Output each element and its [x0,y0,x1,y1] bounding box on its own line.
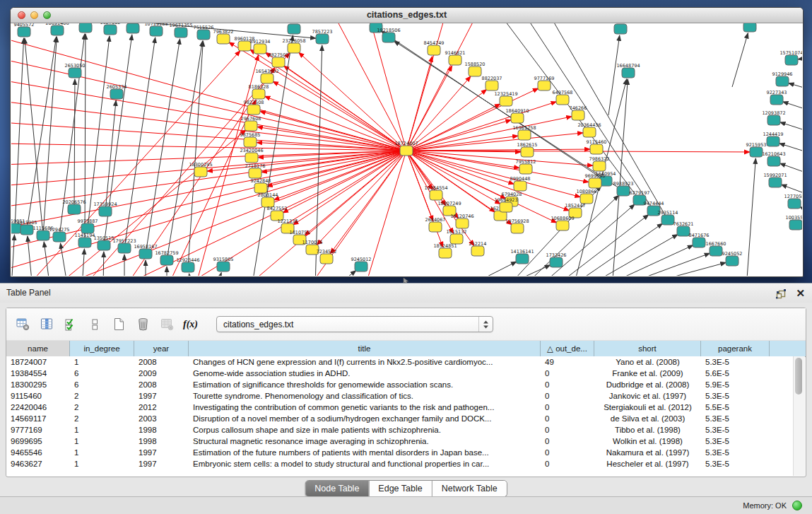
table-cell[interactable]: 0 [541,447,594,458]
graph-node[interactable]: 19218506 [377,28,400,43]
table-select-dropdown[interactable]: citations_edges.txt [216,316,493,332]
table-row[interactable]: 2242004622012Investigating the contribut… [6,402,794,413]
table-cell[interactable]: 5.3E-5 [701,390,770,402]
graph-node[interactable]: 1733426 [546,252,567,268]
float-panel-icon[interactable] [775,288,787,299]
graph-node[interactable]: 19384554 [424,185,447,201]
table-cell[interactable]: 0 [541,413,594,424]
table-cell[interactable]: 0 [541,436,594,447]
table-row[interactable]: 1938455462009Genome-wide association stu… [6,368,794,379]
graph-edge[interactable] [11,80,406,151]
graph-node[interactable]: 23226058 [282,38,305,54]
graph-node[interactable]: 20691406 [45,23,69,35]
graph-node[interactable]: 16053809 [282,23,305,34]
graph-edge[interactable] [798,57,802,59]
table-cell[interactable]: 2 [70,413,134,424]
table-cell[interactable]: 5.3E-5 [701,458,770,469]
select-all-icon[interactable] [63,317,78,332]
table-cell[interactable]: 1 [70,447,134,458]
table-cell[interactable]: Estimation of significance thresholds fo… [189,379,541,390]
table-cell[interactable]: 1 [70,436,134,447]
table-cell[interactable]: 1997 [134,390,189,402]
column-header-pagerank[interactable]: pagerank [701,341,770,356]
table-cell[interactable]: Hescheler et al. (1997) [594,458,701,469]
graph-edge[interactable] [11,101,406,151]
table-cell[interactable]: de Silva et al. (2003) [594,413,701,424]
graph-edge[interactable] [333,271,356,276]
graph-node[interactable]: 2653050 [65,63,86,78]
table-cell[interactable]: 6 [70,368,134,379]
table-cell[interactable]: 5.3E-5 [701,436,770,447]
graph-node[interactable]: 10653267 [73,23,97,33]
table-cell[interactable]: 0 [541,424,594,436]
graph-edge[interactable] [74,79,75,209]
table-row[interactable]: 1456911722003Disruption of a novel membe… [6,413,794,424]
column-header-out_degree[interactable]: △ out_de... [541,341,594,356]
table-cell[interactable]: Corpus callosum shape and size in male p… [189,424,541,436]
window-minimize-button[interactable] [30,11,38,19]
graph-node[interactable]: 14136141 [510,249,534,264]
column-header-name[interactable]: name [6,341,70,356]
graph-edge[interactable] [317,151,406,245]
table-cell[interactable]: 5.3E-5 [701,413,770,424]
table-row[interactable]: 977716911998Corpus callosum shape and si… [6,424,794,436]
network-canvas[interactable]: 1872400794055722069140610653267152760264… [11,23,802,276]
delete-table-icon[interactable] [159,317,175,332]
table-cell[interactable]: 0 [541,390,594,402]
graph-edge[interactable] [783,102,802,112]
table-scrollbar-thumb[interactable] [795,358,802,395]
graph-node[interactable]: 1080866 [577,189,597,204]
graph-node[interactable]: 6466160 [123,23,143,33]
window-close-button[interactable] [18,11,25,19]
graph-edge[interactable] [732,33,748,87]
graph-node[interactable]: 1277058 [784,194,802,209]
graph-edge[interactable] [216,273,221,276]
graph-edge[interactable] [124,37,155,248]
graph-node[interactable]: 9405572 [14,23,35,37]
table-cell[interactable]: 1997 [134,458,189,469]
table-cell[interactable]: 5.5E-5 [701,402,770,413]
table-cell[interactable]: 2008 [134,356,189,368]
graph-node[interactable]: 8822037 [482,76,502,91]
graph-node[interactable]: 1003552 [786,215,802,230]
graph-node[interactable]: 2684067 [425,217,446,233]
column-header-title[interactable]: title [189,341,541,356]
table-row[interactable]: 1830029562008Estimation of significance … [6,379,794,390]
graph-node[interactable]: 20364436 [577,122,601,138]
graph-node[interactable]: 1615132 [447,229,467,245]
graph-node[interactable]: 18524851 [433,243,457,259]
table-cell[interactable]: 1 [70,424,134,436]
table-cell[interactable]: 9115460 [6,390,70,402]
graph-edge[interactable] [167,41,203,260]
graph-edge[interactable] [15,38,24,228]
table-cell[interactable]: 6 [70,379,134,390]
graph-node[interactable]: 7515526 [194,25,214,40]
graph-edge[interactable] [103,252,104,276]
table-cell[interactable]: 2008 [134,379,189,390]
graph-node[interactable]: 252214 [469,241,487,257]
table-cell[interactable]: 0 [541,402,594,413]
graph-node[interactable]: 19671355 [169,23,192,37]
graph-node[interactable]: 16958167 [134,244,157,259]
graph-node[interactable]: 7234502 [317,249,337,264]
graph-edge[interactable] [584,234,678,276]
graph-node[interactable]: 12325419 [494,91,517,107]
tab-node-table[interactable]: Node Table [305,481,368,496]
table-cell[interactable]: Changes of HCN gene expression and I(f) … [189,356,541,368]
table-row[interactable]: 946362711997Embryonic stem cells: a mode… [6,458,794,469]
column-header-in_degree[interactable]: in_degree [70,341,134,356]
graph-edge[interactable] [406,151,570,211]
table-cell[interactable]: Genome-wide association studies in ADHD. [189,368,541,379]
graph-node[interactable]: 7955812 [516,159,536,175]
graph-edge[interactable] [608,35,620,115]
graph-node[interactable]: 1213428 [611,23,631,34]
graph-node[interactable]: 10688609 [551,216,574,231]
column-header-year[interactable]: year [134,341,189,356]
graph-node[interactable]: 16543892 [255,69,278,84]
table-cell[interactable]: Tibbo et al. (1998) [594,424,701,436]
graph-node[interactable]: 23420046 [240,148,263,163]
graph-node[interactable]: 8990448 [510,176,531,192]
graph-node[interactable]: 7963822 [213,29,234,45]
graph-edge[interactable] [630,262,726,276]
graph-node[interactable]: 9245052 [722,251,743,267]
